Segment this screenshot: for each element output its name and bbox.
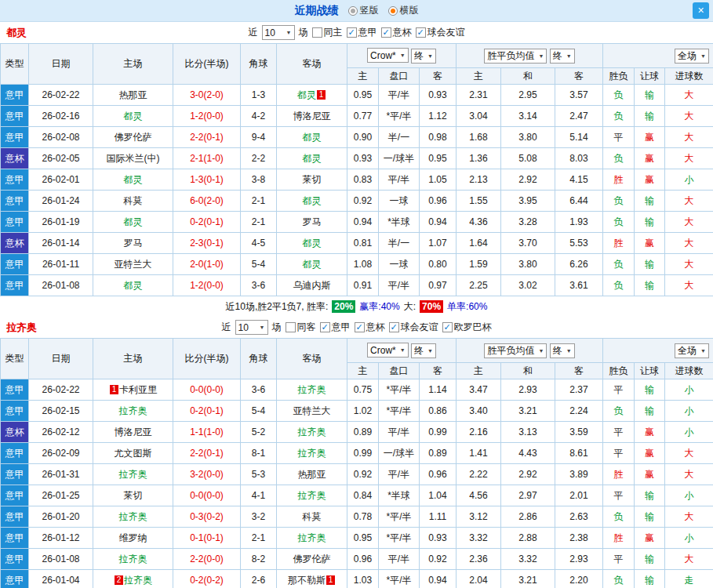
handicap-result-cell: 输 (635, 212, 665, 233)
close-button[interactable]: × (693, 2, 709, 19)
odds-handicap-cell: 一球 (379, 254, 420, 275)
filter-checkbox[interactable]: ✓欧罗巴杯 (442, 321, 492, 334)
avg-dropdown[interactable]: 胜平负均值▼ (484, 49, 547, 64)
match-row: 意甲26-02-08佛罗伦萨2-2(0-1)9-4都灵0.90半/一0.981.… (1, 127, 713, 148)
checkbox-checked-icon[interactable]: ✓ (381, 27, 391, 38)
result-cell: 胜 (603, 233, 635, 254)
odds-source-value: Crow* (370, 50, 396, 61)
col-type: 类型 (1, 339, 29, 379)
odds-home-cell: 1.02 (347, 401, 379, 422)
match-row: 意甲26-01-20拉齐奥0-3(0-2)3-2科莫0.78*平/半1.113.… (1, 506, 713, 528)
avg-draw-cell: 3.02 (501, 275, 555, 296)
fullmatch-dropdown[interactable]: 全场▼ (675, 49, 709, 64)
odds-away-cell: 0.99 (420, 422, 457, 443)
corners-cell: 4-1 (241, 485, 277, 506)
avg-home-cell: 3.47 (457, 379, 501, 401)
filter-checkbox[interactable]: 同客 (286, 321, 316, 334)
odds-source-dropdown[interactable]: Crow*▼ (367, 48, 409, 63)
match-date: 26-01-19 (29, 212, 93, 233)
odds-away-cell: 0.92 (420, 549, 457, 570)
checkbox-unchecked-icon[interactable] (312, 27, 322, 38)
odds-handicap-cell: 平/半 (379, 422, 420, 443)
avg-away-cell: 2.38 (555, 528, 603, 549)
horizontal-radio[interactable]: 横版 (388, 4, 419, 17)
vertical-radio[interactable]: 竖版 (348, 4, 379, 17)
team-name: 拉齐奥 (298, 490, 326, 501)
filter-checkbox[interactable]: ✓球会友谊 (389, 321, 438, 334)
handicap-result-cell: 赢 (635, 464, 665, 485)
odds-final-dropdown[interactable]: 终▼ (411, 49, 436, 64)
team-name: 都灵 (303, 132, 322, 143)
team-name: 热那亚 (119, 89, 147, 100)
subcol-odds-away: 客 (420, 68, 457, 85)
corners-cell: 9-4 (241, 127, 277, 148)
filter-checkbox[interactable]: ✓意杯 (355, 321, 385, 334)
avg-draw-cell: 3.21 (501, 570, 555, 588)
result-cell: 平 (603, 485, 635, 506)
match-row: 意甲26-02-22热那亚3-0(2-0)1-3都灵10.95平/半0.932.… (1, 85, 713, 106)
result-cell: 平 (603, 379, 635, 401)
checkbox-checked-icon[interactable]: ✓ (320, 322, 330, 332)
avg-away-cell: 2.01 (555, 485, 603, 506)
col-home: 主场 (93, 339, 173, 379)
score-cell: 0-2(0-1) (173, 212, 241, 233)
checkbox-checked-icon[interactable]: ✓ (416, 27, 426, 38)
match-date: 26-02-05 (29, 148, 93, 169)
avg-final-dropdown[interactable]: 终▼ (550, 49, 575, 64)
match-row: 意杯26-02-12博洛尼亚1-1(1-0)5-2拉齐奥0.89平/半0.992… (1, 422, 713, 443)
avg-final-value: 终 (553, 49, 562, 63)
match-count-dropdown[interactable]: 10▼ (235, 320, 268, 335)
odds-final-dropdown[interactable]: 终▼ (411, 343, 436, 358)
avg-draw-cell: 3.13 (501, 422, 555, 443)
league-type-badge: 意甲 (1, 570, 29, 588)
avg-dropdown[interactable]: 胜平负均值▼ (484, 343, 547, 358)
handicap-result-cell: 输 (635, 549, 665, 570)
match-date: 26-02-09 (29, 443, 93, 464)
avg-value: 胜平负均值 (487, 344, 534, 358)
radio-unchecked-icon[interactable] (348, 6, 358, 16)
checkbox-checked-icon[interactable]: ✓ (347, 27, 357, 38)
filter-checkbox[interactable]: ✓意甲 (320, 321, 351, 334)
torino-matches-table: 类型 日期 主场 比分(半场) 角球 客场 Crow*▼ 终▼ 胜平负均值▼ 终… (0, 43, 713, 296)
filter-checkbox[interactable]: 同主 (312, 26, 343, 39)
odds-home-cell: 0.95 (347, 528, 379, 549)
odds-home-cell: 0.95 (347, 85, 379, 106)
team-name: 尤文图斯 (115, 448, 152, 459)
subcol-handicap: 盘口 (379, 363, 420, 379)
match-date: 26-01-20 (29, 506, 93, 528)
goals-result-cell: 小 (665, 528, 713, 549)
checkbox-checked-icon[interactable]: ✓ (389, 322, 399, 332)
checkbox-checked-icon[interactable]: ✓ (355, 322, 365, 332)
odds-handicap-cell: *半球 (379, 212, 420, 233)
home-team-cell: 拉齐奥 (93, 401, 173, 422)
odds-source-dropdown[interactable]: Crow*▼ (367, 343, 409, 358)
page-title: 近期战绩 (295, 4, 339, 18)
filter-checkbox[interactable]: ✓意甲 (347, 26, 377, 39)
team-name: 拉齐奥 (119, 469, 147, 480)
checkbox-unchecked-icon[interactable] (286, 322, 296, 332)
team-name: 拉齐奥 (298, 384, 326, 395)
home-team-cell: 莱切 (93, 485, 173, 506)
away-team-cell: 佛罗伦萨 (277, 549, 347, 570)
goals-result-cell: 大 (665, 212, 713, 233)
odds-header: Crow*▼ 终▼ (347, 44, 457, 68)
fullmatch-dropdown[interactable]: 全场▼ (675, 343, 709, 358)
avg-draw-cell: 3.14 (501, 106, 555, 127)
odds-handicap-cell: 一/球半 (379, 443, 420, 464)
home-team-cell: 1卡利亚里 (93, 379, 173, 401)
odds-home-cell: 1.03 (347, 570, 379, 588)
avg-final-dropdown[interactable]: 终▼ (550, 343, 575, 358)
filter-checkbox[interactable]: ✓球会友谊 (416, 26, 465, 39)
home-team-cell: 都灵 (93, 212, 173, 233)
match-count-value: 10 (265, 27, 275, 38)
match-count-dropdown[interactable]: 10▼ (262, 25, 295, 40)
result-cell: 负 (603, 191, 635, 212)
avg-away-cell: 1.93 (555, 212, 603, 233)
league-type-badge: 意甲 (1, 485, 29, 506)
filter-checkbox[interactable]: ✓意杯 (381, 26, 412, 39)
checkbox-checked-icon[interactable]: ✓ (442, 322, 453, 332)
radio-checked-icon[interactable] (388, 6, 398, 16)
team-name: 那不勒斯 (288, 575, 326, 586)
odds-away-cell: 1.11 (420, 506, 457, 528)
score-cell: 0-0(0-0) (173, 485, 241, 506)
